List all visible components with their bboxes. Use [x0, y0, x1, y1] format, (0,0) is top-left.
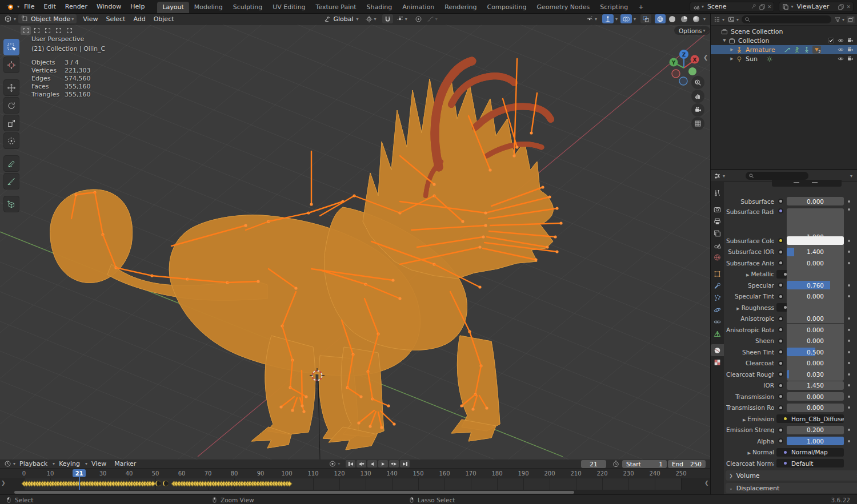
shading-wireframe-button[interactable]	[655, 14, 666, 23]
transform-orientation[interactable]: Global ▾	[324, 15, 359, 23]
camera-view-button[interactable]	[691, 103, 704, 116]
editor-splitter[interactable]	[710, 14, 711, 494]
remove-viewlayer-icon[interactable]: ✕	[846, 4, 851, 10]
outliner-search-input[interactable]	[742, 15, 831, 23]
copy-icon[interactable]	[759, 3, 766, 10]
animate-dot-button[interactable]	[776, 349, 784, 354]
annotate-tool[interactable]	[3, 155, 19, 172]
proportional-edit-button[interactable]	[413, 14, 424, 23]
properties-tab-scene[interactable]	[711, 239, 724, 251]
slider-field[interactable]: 0.000	[787, 259, 844, 267]
select-mode-invert[interactable]	[53, 26, 63, 35]
visibility-dropdown[interactable]: ▾	[584, 14, 599, 23]
color-swatch[interactable]	[787, 236, 844, 245]
outliner-row-armature[interactable]: ▶Armature2	[711, 45, 857, 54]
jump-to-start-button[interactable]	[346, 460, 355, 467]
animate-dot-button[interactable]	[776, 372, 784, 377]
timeline-menu-playback[interactable]: Playback	[15, 459, 51, 469]
workspace-tab-modeling[interactable]: Modeling	[189, 2, 228, 13]
decorate-dot[interactable]	[848, 240, 850, 242]
timeline-ruler[interactable]: 0103040506070809010011012013014015016017…	[0, 469, 710, 478]
add-cube-tool[interactable]	[3, 196, 19, 212]
animate-dot-button[interactable]	[776, 208, 784, 213]
record-button[interactable]	[329, 460, 337, 467]
new-collection-button[interactable]	[847, 16, 855, 23]
animate-dot-button[interactable]	[776, 294, 784, 299]
copy-icon[interactable]	[838, 3, 844, 10]
decorate-dot[interactable]	[848, 208, 850, 211]
outliner-item-label[interactable]: Sun	[746, 55, 758, 63]
disable-render-camera-icon[interactable]	[847, 37, 854, 44]
viewlayer-selector[interactable]: ▾ ViewLayer ✕	[779, 2, 854, 12]
decorate-dot[interactable]	[848, 429, 850, 431]
slider-field[interactable]: 0.500	[787, 348, 844, 356]
timeline-menu-view[interactable]: View	[87, 459, 110, 469]
timeline-editor-icon[interactable]	[3, 460, 12, 467]
animate-dot-button[interactable]	[776, 283, 784, 288]
select-mode-extend[interactable]	[31, 26, 42, 35]
hide-eye-icon[interactable]	[837, 55, 844, 62]
outliner-item-label[interactable]: Scene Collection	[731, 28, 783, 35]
timeline-expand-arrow[interactable]: ❯	[1, 480, 6, 486]
properties-search-input[interactable]	[746, 172, 808, 180]
workspace-tab-texture-paint[interactable]: Texture Paint	[311, 2, 362, 13]
blender-logo-icon[interactable]	[3, 2, 16, 11]
outliner-row-collection[interactable]: ▼Collection	[711, 36, 857, 45]
animate-dot-button[interactable]	[776, 327, 784, 332]
editor-type-icon[interactable]	[3, 15, 13, 23]
outliner-filter-type-icon[interactable]	[727, 16, 735, 23]
viewport-menu-select[interactable]: Select	[102, 14, 129, 25]
expand-arrow-icon[interactable]: ▶	[746, 273, 749, 277]
move-tool[interactable]	[3, 79, 19, 96]
pan-view-button[interactable]	[691, 90, 704, 103]
frame-start-field[interactable]: Start1	[622, 460, 667, 468]
slider-field[interactable]: 0.000	[787, 337, 844, 345]
3d-viewport[interactable]: User Perspective (21) Collection | Qilin…	[0, 25, 710, 459]
disable-render-camera-icon[interactable]	[847, 46, 854, 53]
decorate-dot[interactable]	[848, 373, 850, 376]
menu-file[interactable]: File	[19, 0, 39, 14]
keyframe-moon-marker[interactable]	[163, 481, 169, 486]
viewlayer-name[interactable]: ViewLayer	[793, 3, 838, 10]
mode-selector[interactable]: Object Mode ▾	[18, 14, 77, 23]
decorate-dot[interactable]	[848, 284, 850, 287]
menu-help[interactable]: Help	[126, 0, 149, 14]
decorate-dot[interactable]	[848, 295, 850, 297]
viewport-menu-add[interactable]: Add	[129, 14, 149, 25]
current-frame-field[interactable]: 21	[581, 460, 606, 468]
next-keyframe-button[interactable]	[389, 460, 399, 467]
shading-solid-button[interactable]	[667, 14, 678, 23]
falloff-button[interactable]: ▾	[425, 14, 439, 23]
properties-tab-physics[interactable]	[711, 304, 724, 316]
snap-toggle-button[interactable]	[382, 14, 393, 23]
slider-field[interactable]: 0.000	[787, 404, 844, 412]
outliner-row-sun[interactable]: ▶Sun	[711, 54, 857, 63]
slider-field[interactable]: 0.030	[787, 370, 844, 378]
outliner-item-label[interactable]: Armature	[746, 46, 775, 54]
overlays-toggle[interactable]	[620, 14, 632, 23]
texture-field[interactable]: Horn_C8b_Diffuse	[776, 414, 844, 423]
funnel-filter-icon[interactable]	[834, 17, 841, 23]
workspace-tab-layout[interactable]: Layout	[157, 2, 189, 13]
workspace-tab-rendering[interactable]: Rendering	[439, 2, 482, 13]
slider-field[interactable]: 1.000	[787, 437, 844, 445]
outliner-display-mode-icon[interactable]	[713, 16, 721, 23]
workspace-tab-scripting[interactable]: Scripting	[595, 2, 633, 13]
properties-tab-tool[interactable]	[711, 187, 724, 199]
jump-to-end-button[interactable]	[400, 460, 410, 467]
cursor-tool[interactable]	[3, 57, 19, 73]
keyframe-moon-marker[interactable]	[155, 481, 161, 486]
expand-arrow-icon[interactable]: ▶	[736, 307, 739, 311]
workspace-tab-shading[interactable]: Shading	[362, 2, 398, 13]
animate-dot-button[interactable]	[776, 428, 784, 433]
disable-render-camera-icon[interactable]	[847, 55, 854, 62]
shading-rendered-button[interactable]	[691, 14, 702, 23]
decorate-dot[interactable]	[848, 317, 850, 320]
properties-tab-render[interactable]	[711, 203, 724, 215]
decorate-dot[interactable]	[848, 329, 850, 331]
menu-render[interactable]: Render	[61, 0, 92, 14]
select-mode-set[interactable]	[21, 26, 31, 35]
properties-tab-object[interactable]	[711, 268, 724, 280]
decorate-dot[interactable]	[848, 340, 850, 342]
texture-field[interactable]: Normal/Map	[776, 448, 844, 457]
